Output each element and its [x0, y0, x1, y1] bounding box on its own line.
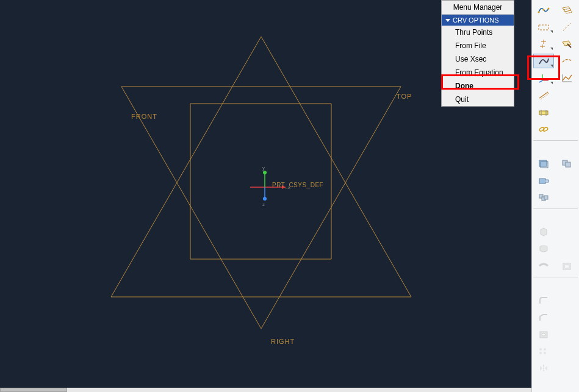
publish-geom-icon[interactable]	[533, 173, 554, 188]
svg-point-14	[548, 8, 550, 10]
menu-item-quit[interactable]: Quit	[442, 93, 514, 106]
menu-section-header[interactable]: CRV OPTIONS	[442, 15, 514, 26]
svg-rect-36	[539, 179, 545, 184]
menu-item-use-xsec[interactable]: Use Xsec	[442, 52, 514, 66]
svg-point-13	[543, 9, 545, 11]
shell-icon	[556, 258, 577, 273]
svg-point-44	[542, 333, 545, 336]
csys-icon[interactable]	[533, 71, 554, 85]
copy-geom-icon[interactable]	[556, 156, 577, 171]
menu-manager-panel: Menu Manager CRV OPTIONS Thru Points Fro…	[441, 0, 514, 107]
shrinkwrap-icon[interactable]	[533, 190, 554, 205]
svg-point-47	[539, 352, 542, 354]
svg-point-48	[544, 352, 546, 354]
chamfer-icon	[533, 310, 554, 324]
svg-rect-35	[566, 162, 570, 167]
menu-item-from-file[interactable]: From File	[442, 39, 514, 52]
svg-point-46	[544, 348, 546, 351]
right-toolbar	[531, 0, 579, 392]
menu-title: Menu Manager	[442, 1, 514, 15]
svg-text:z: z	[262, 202, 265, 207]
revolve-icon	[533, 241, 554, 256]
svg-point-45	[539, 348, 542, 351]
extrude-icon	[533, 224, 554, 239]
datum-plane-line-icon[interactable]	[533, 20, 554, 34]
mirror-icon	[533, 361, 554, 376]
sketch-icon[interactable]	[556, 37, 577, 51]
chain-icon[interactable]	[533, 122, 554, 137]
menu-section-label: CRV OPTIONS	[453, 16, 499, 24]
curve-icon[interactable]	[533, 54, 554, 68]
svg-rect-39	[544, 196, 548, 199]
svg-point-12	[538, 12, 540, 13]
svg-rect-42	[564, 265, 569, 268]
svg-point-6	[263, 171, 267, 174]
plane-label-right: RIGHT	[271, 338, 295, 345]
csys-label: PRT_CSYS_DEF	[272, 182, 323, 188]
svg-text:y: y	[262, 165, 265, 171]
menu-item-thru-points[interactable]: Thru Points	[442, 26, 514, 39]
svg-point-8	[263, 197, 267, 201]
menu-item-from-equation[interactable]: From Equation	[442, 66, 514, 79]
menu-item-done[interactable]: Done	[442, 79, 514, 93]
svg-line-15	[563, 23, 570, 30]
svg-rect-27	[539, 111, 548, 115]
datum-plane-offset-icon[interactable]	[556, 2, 577, 17]
sweep-icon	[533, 258, 554, 273]
svg-marker-0	[111, 37, 411, 297]
horizontal-scrollbar[interactable]	[0, 388, 531, 392]
face-icon[interactable]	[533, 156, 554, 171]
hole-icon	[533, 327, 554, 341]
scrollbar-thumb[interactable]	[0, 388, 67, 392]
svg-line-22	[539, 80, 542, 82]
datum-axis-through-icon[interactable]	[556, 20, 577, 34]
svg-marker-1	[121, 87, 401, 329]
dimension-icon[interactable]	[533, 105, 554, 119]
collapse-arrow-icon	[445, 19, 450, 22]
pattern-icon	[533, 344, 554, 358]
datum-points-icon[interactable]	[533, 37, 554, 51]
datum-curve-spline-icon[interactable]	[533, 2, 554, 17]
offset-curve-icon[interactable]	[533, 88, 554, 102]
graph-icon[interactable]	[556, 71, 577, 85]
round-icon	[533, 293, 554, 307]
plane-label-top: TOP	[397, 93, 412, 100]
plane-label-front: FRONT	[131, 113, 157, 120]
trimmed-curve-icon[interactable]	[556, 54, 577, 68]
